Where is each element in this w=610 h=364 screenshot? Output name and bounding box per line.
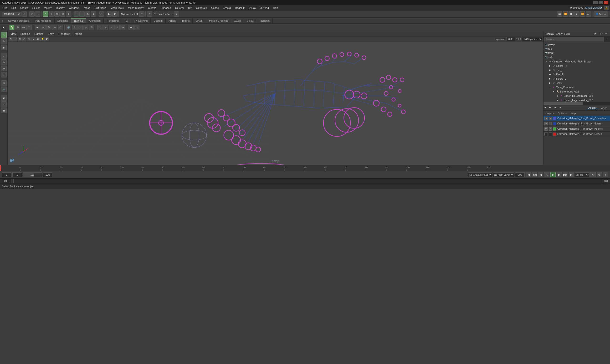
history-btn[interactable]: H xyxy=(99,12,104,17)
tab-sculpting[interactable]: Sculpting xyxy=(55,18,71,23)
render-region-tool[interactable]: ▣ xyxy=(1,95,7,101)
layer-color-rigged[interactable] xyxy=(553,132,556,136)
layer-v-btn-rigged[interactable] xyxy=(545,132,548,136)
vi-render[interactable]: ◐ xyxy=(22,37,26,41)
viewport-lighting-menu[interactable]: Lighting xyxy=(32,32,46,36)
sculpt-tool[interactable]: ◉ xyxy=(1,45,7,50)
layer-color-controllers[interactable] xyxy=(553,117,556,120)
layer-v-btn-helpers[interactable]: V xyxy=(545,127,548,131)
tab-fx-caching[interactable]: FX Caching xyxy=(131,18,151,23)
layer-row-controllers[interactable]: V P Ostracion_Meleagris_Fish_Brown_Contr… xyxy=(544,116,610,121)
audio-btn[interactable]: ♪ xyxy=(603,172,608,177)
vi-light[interactable]: 💡 xyxy=(40,37,45,41)
tab-curves-surfaces[interactable]: Curves / Surfaces xyxy=(5,18,32,23)
move-pivot-tool[interactable]: ⊕ xyxy=(1,65,7,71)
ik-handle-btn[interactable]: ⟿ xyxy=(21,25,26,30)
3d-canvas[interactable]: persp X Y Z M xyxy=(8,42,543,165)
cb-sub-tab-options[interactable]: Options xyxy=(556,111,568,115)
menu-edit[interactable]: Edit xyxy=(10,6,18,10)
tree-item-side[interactable]: 📷 side xyxy=(544,55,610,59)
prev-key-btn[interactable]: ⏪ xyxy=(563,12,568,17)
redo-button[interactable]: ↪ xyxy=(35,12,40,17)
outliner-tree[interactable]: 📷 persp 📷 top 📷 front 📷 side ▼ ⊞ Ostraci… xyxy=(544,42,610,102)
menu-mesh[interactable]: Mesh xyxy=(82,6,92,10)
menu-surfaces[interactable]: Surfaces xyxy=(159,6,173,10)
select-tool[interactable]: ↖ xyxy=(1,32,7,38)
tree-item-bone-body[interactable]: ▼ 🦴 Bone_body_002 xyxy=(544,89,610,94)
menu-uv[interactable]: UV xyxy=(186,6,194,10)
viewport-view-menu[interactable]: View xyxy=(9,32,18,36)
tab-custom[interactable]: Custom xyxy=(151,18,166,23)
tree-item-persp[interactable]: 📷 persp xyxy=(544,42,610,47)
cb-sub-tab-layers[interactable]: Layers xyxy=(545,111,555,115)
exposure-input[interactable] xyxy=(506,37,515,41)
end-btn[interactable]: ⏭ xyxy=(586,12,591,17)
paint-select-tool[interactable]: ⊛ xyxy=(1,59,7,65)
cb-tab-anim[interactable]: Anim xyxy=(599,106,609,110)
outliner-refresh-icon[interactable]: ↺ xyxy=(598,32,602,36)
scale-btn[interactable]: ⊞ xyxy=(60,12,65,17)
layer-p-btn-bones[interactable]: P xyxy=(549,122,552,125)
outliner-scrollbar-thumb[interactable] xyxy=(544,102,583,105)
play-fwd-btn2[interactable]: ▶ xyxy=(550,172,556,177)
menu-display[interactable]: Display xyxy=(54,6,66,10)
ipr-btn[interactable]: ◐ xyxy=(112,12,117,17)
menu-mesh-tools[interactable]: Mesh Tools xyxy=(108,6,125,10)
vi-frame[interactable]: ⊞ xyxy=(18,37,22,41)
deformer-btn[interactable]: ⟂ xyxy=(97,25,103,30)
tab-rigging[interactable]: Rigging xyxy=(71,18,86,23)
vi-persp[interactable]: ⊡ xyxy=(9,37,13,41)
tab-mash[interactable]: MASH xyxy=(193,18,206,23)
bind-skin-btn[interactable]: ⋈ xyxy=(40,25,46,30)
close-button[interactable]: ✕ xyxy=(604,1,608,4)
tab-bifrost[interactable]: Bifrost xyxy=(179,18,193,23)
outliner-search-input[interactable] xyxy=(545,37,604,41)
play-back-btn[interactable]: ◁ xyxy=(544,172,549,177)
script-icon[interactable]: ⌨ xyxy=(604,179,608,183)
menu-file[interactable]: File xyxy=(1,6,9,10)
skin-btn[interactable]: ◈ xyxy=(35,25,40,30)
time-ruler[interactable]: 1 5 10 15 20 25 30 35 40 45 50 xyxy=(0,165,610,171)
skeleton-btn[interactable]: ⊞ xyxy=(15,25,20,30)
lasso-tool[interactable]: ○ xyxy=(1,53,7,59)
cluster-btn[interactable]: ✦ xyxy=(114,25,120,30)
current-frame-input[interactable] xyxy=(13,172,22,177)
layer-color-bones[interactable] xyxy=(553,122,556,125)
tab-redshift[interactable]: Redshift xyxy=(257,18,273,23)
sign-in-btn[interactable]: 👤 Sign In xyxy=(594,12,608,17)
layer-row-bones[interactable]: V P Ostracion_Meleagris_Fish_Brown_Bones xyxy=(544,121,610,126)
snap-surface-btn[interactable]: ◈ xyxy=(91,12,96,17)
camera-tool[interactable]: 📷 xyxy=(1,87,7,92)
vi-wire[interactable]: □ xyxy=(27,37,31,41)
menu-help[interactable]: Help xyxy=(271,6,281,10)
tab-animation[interactable]: Animation xyxy=(86,18,104,23)
vi-smooth[interactable]: ● xyxy=(31,37,36,41)
menu-select[interactable]: Select xyxy=(30,6,42,10)
snap-grid-btn[interactable]: ⋮ xyxy=(74,12,79,17)
menu-cache[interactable]: Cache xyxy=(209,6,221,10)
play-fwd-btn[interactable]: ▶ xyxy=(574,12,580,17)
soft-mod-btn[interactable]: ⊸ xyxy=(120,25,125,30)
next-key-btn[interactable]: ⏩ xyxy=(580,12,585,17)
layer-v-btn-bones[interactable]: V xyxy=(545,122,548,125)
outliner-settings-icon[interactable]: ⚙ xyxy=(593,32,597,36)
menu-create[interactable]: Create xyxy=(18,6,30,10)
cb-forward-icon[interactable]: ⏭ xyxy=(559,106,563,110)
play-btn[interactable]: ⏮ xyxy=(557,12,562,17)
menu-deform[interactable]: Deform xyxy=(173,6,186,10)
mel-python-toggle[interactable]: MEL xyxy=(2,179,12,183)
vi-texture[interactable]: ▣ xyxy=(36,37,40,41)
select-btn[interactable]: ↖ xyxy=(43,12,48,17)
viewport-renderer-menu[interactable]: Renderer xyxy=(57,32,72,36)
menu-3dtoall[interactable]: 3DtoAll xyxy=(259,6,271,10)
search-dropdown-icon[interactable]: ▾ xyxy=(605,37,609,41)
next-frame-btn[interactable]: ▶ xyxy=(557,172,562,177)
menu-mesh-display[interactable]: Mesh Display xyxy=(126,6,146,10)
snap-curve-btn[interactable]: ⌒ xyxy=(79,12,85,17)
outliner-scrollbar-h[interactable] xyxy=(544,102,610,105)
attr-spread-tool[interactable]: ≡ xyxy=(1,101,7,107)
layer-p-btn-controllers[interactable]: P xyxy=(549,117,552,120)
viewport-shading-menu[interactable]: Shading xyxy=(19,32,32,36)
tool-select-icon[interactable]: ↖ xyxy=(1,25,6,30)
context-btn[interactable]: ▾ xyxy=(21,12,27,17)
